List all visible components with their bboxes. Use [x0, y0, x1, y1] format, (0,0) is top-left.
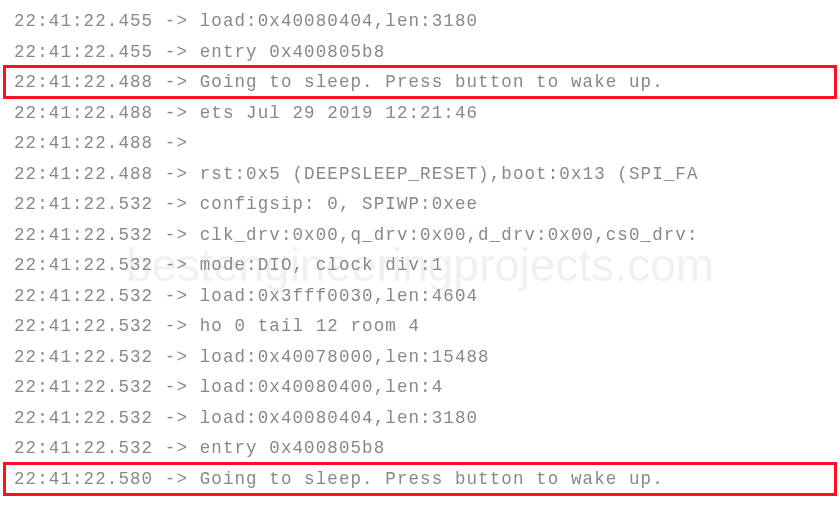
log-timestamp: 22:41:22.488: [14, 72, 153, 92]
log-line: 22:41:22.488 -> rst:0x5 (DEEPSLEEP_RESET…: [14, 159, 840, 190]
log-line: 22:41:22.455 -> entry 0x400805b8: [14, 37, 840, 68]
log-line: 22:41:22.532 -> load:0x40080400,len:4: [14, 372, 840, 403]
log-timestamp: 22:41:22.580: [14, 469, 153, 489]
log-message: load:0x40080404,len:3180: [200, 408, 478, 428]
log-message: load:0x40078000,len:15488: [200, 347, 490, 367]
log-timestamp: 22:41:22.532: [14, 377, 153, 397]
log-arrow: ->: [165, 194, 188, 214]
log-arrow: ->: [165, 469, 188, 489]
log-line: 22:41:22.532 -> ho 0 tail 12 room 4: [14, 311, 840, 342]
log-arrow: ->: [165, 11, 188, 31]
log-arrow: ->: [165, 133, 188, 153]
log-message: ets Jul 29 2019 12:21:46: [200, 103, 478, 123]
log-line: 22:41:22.532 -> clk_drv:0x00,q_drv:0x00,…: [14, 220, 840, 251]
log-timestamp: 22:41:22.532: [14, 316, 153, 336]
log-timestamp: 22:41:22.532: [14, 194, 153, 214]
log-message: entry 0x400805b8: [200, 438, 386, 458]
log-timestamp: 22:41:22.532: [14, 438, 153, 458]
log-line: 22:41:22.532 -> configsip: 0, SPIWP:0xee: [14, 189, 840, 220]
log-line: 22:41:22.488 -> Going to sleep. Press bu…: [14, 67, 840, 98]
log-arrow: ->: [165, 377, 188, 397]
log-arrow: ->: [165, 225, 188, 245]
log-arrow: ->: [165, 286, 188, 306]
log-message: ho 0 tail 12 room 4: [200, 316, 420, 336]
log-timestamp: 22:41:22.488: [14, 164, 153, 184]
log-message: Going to sleep. Press button to wake up.: [200, 72, 664, 92]
log-message: entry 0x400805b8: [200, 42, 386, 62]
log-message: load:0x40080400,len:4: [200, 377, 444, 397]
serial-log: 22:41:22.455 -> load:0x40080404,len:3180…: [0, 0, 840, 494]
log-line: 22:41:22.532 -> load:0x3fff0030,len:4604: [14, 281, 840, 312]
log-message: load:0x3fff0030,len:4604: [200, 286, 478, 306]
log-message: mode:DIO, clock div:1: [200, 255, 444, 275]
log-arrow: ->: [165, 408, 188, 428]
log-message: clk_drv:0x00,q_drv:0x00,d_drv:0x00,cs0_d…: [200, 225, 699, 245]
log-message: rst:0x5 (DEEPSLEEP_RESET),boot:0x13 (SPI…: [200, 164, 699, 184]
log-timestamp: 22:41:22.532: [14, 286, 153, 306]
log-arrow: ->: [165, 103, 188, 123]
log-arrow: ->: [165, 347, 188, 367]
log-timestamp: 22:41:22.532: [14, 255, 153, 275]
log-line: 22:41:22.532 -> load:0x40080404,len:3180: [14, 403, 840, 434]
log-timestamp: 22:41:22.488: [14, 133, 153, 153]
log-arrow: ->: [165, 316, 188, 336]
log-timestamp: 22:41:22.532: [14, 408, 153, 428]
log-arrow: ->: [165, 42, 188, 62]
log-message: Going to sleep. Press button to wake up.: [200, 469, 664, 489]
log-timestamp: 22:41:22.488: [14, 103, 153, 123]
log-timestamp: 22:41:22.455: [14, 11, 153, 31]
log-timestamp: 22:41:22.532: [14, 225, 153, 245]
log-line: 22:41:22.532 -> mode:DIO, clock div:1: [14, 250, 840, 281]
log-line: 22:41:22.488 ->: [14, 128, 840, 159]
log-timestamp: 22:41:22.532: [14, 347, 153, 367]
log-arrow: ->: [165, 255, 188, 275]
log-timestamp: 22:41:22.455: [14, 42, 153, 62]
log-line: 22:41:22.532 -> load:0x40078000,len:1548…: [14, 342, 840, 373]
log-message: load:0x40080404,len:3180: [200, 11, 478, 31]
log-line: 22:41:22.488 -> ets Jul 29 2019 12:21:46: [14, 98, 840, 129]
log-message: configsip: 0, SPIWP:0xee: [200, 194, 478, 214]
log-arrow: ->: [165, 438, 188, 458]
log-line: 22:41:22.532 -> entry 0x400805b8: [14, 433, 840, 464]
log-line: 22:41:22.455 -> load:0x40080404,len:3180: [14, 6, 840, 37]
log-arrow: ->: [165, 72, 188, 92]
log-line: 22:41:22.580 -> Going to sleep. Press bu…: [14, 464, 840, 495]
log-arrow: ->: [165, 164, 188, 184]
